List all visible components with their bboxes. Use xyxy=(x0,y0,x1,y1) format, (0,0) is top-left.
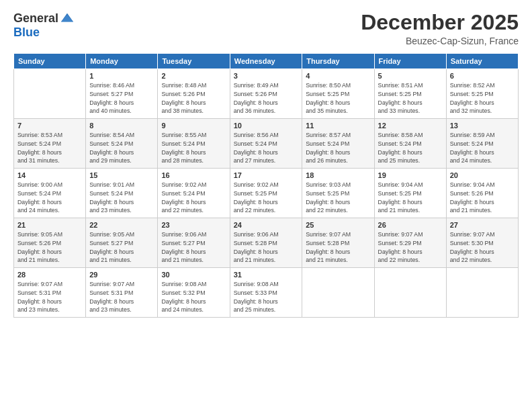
day-cell: 20Sunrise: 9:04 AMSunset: 5:26 PMDayligh… xyxy=(446,169,518,218)
day-number: 15 xyxy=(89,171,154,179)
day-number: 5 xyxy=(378,72,443,80)
month-title: December 2025 xyxy=(361,11,519,34)
day-detail: Sunrise: 9:07 AMSunset: 5:31 PMDaylight:… xyxy=(17,280,82,314)
day-number: 23 xyxy=(161,221,226,229)
logo-general-text: General xyxy=(13,11,58,26)
day-number: 17 xyxy=(234,171,299,179)
day-cell: 22Sunrise: 9:05 AMSunset: 5:27 PMDayligh… xyxy=(86,218,158,268)
day-detail: Sunrise: 9:02 AMSunset: 5:25 PMDaylight:… xyxy=(234,181,299,215)
week-row-1: 1Sunrise: 8:46 AMSunset: 5:27 PMDaylight… xyxy=(14,69,519,119)
day-cell: 31Sunrise: 9:08 AMSunset: 5:33 PMDayligh… xyxy=(230,268,302,318)
day-detail: Sunrise: 9:07 AMSunset: 5:30 PMDaylight:… xyxy=(450,230,515,265)
day-detail: Sunrise: 8:49 AMSunset: 5:26 PMDaylight:… xyxy=(234,81,299,116)
day-cell: 12Sunrise: 8:58 AMSunset: 5:24 PMDayligh… xyxy=(374,119,446,169)
day-detail: Sunrise: 8:55 AMSunset: 5:24 PMDaylight:… xyxy=(161,131,226,165)
day-number: 22 xyxy=(89,221,154,229)
day-cell: 14Sunrise: 9:00 AMSunset: 5:24 PMDayligh… xyxy=(14,169,86,218)
day-number: 4 xyxy=(306,72,370,80)
day-number: 3 xyxy=(234,72,299,80)
day-detail: Sunrise: 9:08 AMSunset: 5:32 PMDaylight:… xyxy=(161,280,226,314)
day-cell xyxy=(302,268,374,318)
day-cell: 21Sunrise: 9:05 AMSunset: 5:26 PMDayligh… xyxy=(14,218,86,268)
day-detail: Sunrise: 9:07 AMSunset: 5:31 PMDaylight:… xyxy=(89,280,154,314)
day-number: 18 xyxy=(306,171,370,179)
week-row-5: 28Sunrise: 9:07 AMSunset: 5:31 PMDayligh… xyxy=(14,268,519,318)
column-header-friday: Friday xyxy=(374,54,446,69)
day-cell: 24Sunrise: 9:06 AMSunset: 5:28 PMDayligh… xyxy=(230,218,302,268)
day-cell: 3Sunrise: 8:49 AMSunset: 5:26 PMDaylight… xyxy=(230,69,302,119)
day-cell: 13Sunrise: 8:59 AMSunset: 5:24 PMDayligh… xyxy=(446,119,518,169)
day-cell: 26Sunrise: 9:07 AMSunset: 5:29 PMDayligh… xyxy=(374,218,446,268)
column-header-sunday: Sunday xyxy=(14,54,86,69)
day-cell: 1Sunrise: 8:46 AMSunset: 5:27 PMDaylight… xyxy=(86,69,158,119)
day-detail: Sunrise: 9:08 AMSunset: 5:33 PMDaylight:… xyxy=(234,280,299,314)
day-detail: Sunrise: 8:46 AMSunset: 5:27 PMDaylight:… xyxy=(89,81,154,116)
day-cell: 19Sunrise: 9:04 AMSunset: 5:25 PMDayligh… xyxy=(374,169,446,218)
week-row-2: 7Sunrise: 8:53 AMSunset: 5:24 PMDaylight… xyxy=(14,119,519,169)
day-cell: 2Sunrise: 8:48 AMSunset: 5:26 PMDaylight… xyxy=(158,69,230,119)
week-row-3: 14Sunrise: 9:00 AMSunset: 5:24 PMDayligh… xyxy=(14,169,519,218)
day-detail: Sunrise: 8:54 AMSunset: 5:24 PMDaylight:… xyxy=(89,131,154,165)
day-cell: 18Sunrise: 9:03 AMSunset: 5:25 PMDayligh… xyxy=(302,169,374,218)
day-detail: Sunrise: 9:00 AMSunset: 5:24 PMDaylight:… xyxy=(17,181,82,215)
logo-icon xyxy=(60,11,75,26)
day-cell xyxy=(14,69,86,119)
day-detail: Sunrise: 8:52 AMSunset: 5:25 PMDaylight:… xyxy=(450,81,515,116)
location: Beuzec-Cap-Sizun, France xyxy=(361,36,519,46)
column-header-wednesday: Wednesday xyxy=(230,54,302,69)
day-number: 30 xyxy=(161,271,226,279)
day-cell: 16Sunrise: 9:02 AMSunset: 5:24 PMDayligh… xyxy=(158,169,230,218)
day-detail: Sunrise: 9:05 AMSunset: 5:27 PMDaylight:… xyxy=(89,230,154,265)
day-cell: 5Sunrise: 8:51 AMSunset: 5:25 PMDaylight… xyxy=(374,69,446,119)
day-detail: Sunrise: 8:58 AMSunset: 5:24 PMDaylight:… xyxy=(378,131,443,165)
day-cell: 4Sunrise: 8:50 AMSunset: 5:25 PMDaylight… xyxy=(302,69,374,119)
day-detail: Sunrise: 9:06 AMSunset: 5:28 PMDaylight:… xyxy=(234,230,299,265)
day-number: 25 xyxy=(306,221,370,229)
day-number: 8 xyxy=(89,122,154,130)
column-header-tuesday: Tuesday xyxy=(158,54,230,69)
svg-marker-1 xyxy=(61,15,73,22)
day-number: 10 xyxy=(234,122,299,130)
day-number: 14 xyxy=(17,171,82,179)
day-detail: Sunrise: 9:07 AMSunset: 5:29 PMDaylight:… xyxy=(378,230,443,265)
day-number: 27 xyxy=(450,221,515,229)
day-cell: 9Sunrise: 8:55 AMSunset: 5:24 PMDaylight… xyxy=(158,119,230,169)
day-number: 7 xyxy=(17,122,82,130)
day-cell xyxy=(446,268,518,318)
day-detail: Sunrise: 8:56 AMSunset: 5:24 PMDaylight:… xyxy=(234,131,299,165)
day-number: 31 xyxy=(234,271,299,279)
day-detail: Sunrise: 9:01 AMSunset: 5:24 PMDaylight:… xyxy=(89,181,154,215)
day-cell: 29Sunrise: 9:07 AMSunset: 5:31 PMDayligh… xyxy=(86,268,158,318)
day-cell: 25Sunrise: 9:07 AMSunset: 5:28 PMDayligh… xyxy=(302,218,374,268)
day-cell: 28Sunrise: 9:07 AMSunset: 5:31 PMDayligh… xyxy=(14,268,86,318)
logo: General Blue xyxy=(13,11,75,40)
calendar-header-row: SundayMondayTuesdayWednesdayThursdayFrid… xyxy=(14,54,519,69)
day-detail: Sunrise: 9:07 AMSunset: 5:28 PMDaylight:… xyxy=(306,230,370,265)
day-cell xyxy=(374,268,446,318)
day-cell: 17Sunrise: 9:02 AMSunset: 5:25 PMDayligh… xyxy=(230,169,302,218)
calendar: SundayMondayTuesdayWednesdayThursdayFrid… xyxy=(13,53,519,318)
day-cell: 6Sunrise: 8:52 AMSunset: 5:25 PMDaylight… xyxy=(446,69,518,119)
page: General Blue December 2025 Beuzec-Cap-Si… xyxy=(0,0,532,411)
day-number: 29 xyxy=(89,271,154,279)
day-cell: 7Sunrise: 8:53 AMSunset: 5:24 PMDaylight… xyxy=(14,119,86,169)
day-number: 19 xyxy=(378,171,443,179)
day-number: 21 xyxy=(17,221,82,229)
column-header-monday: Monday xyxy=(86,54,158,69)
day-detail: Sunrise: 9:04 AMSunset: 5:26 PMDaylight:… xyxy=(450,181,515,215)
day-number: 11 xyxy=(306,122,370,130)
day-number: 12 xyxy=(378,122,443,130)
day-number: 26 xyxy=(378,221,443,229)
day-number: 28 xyxy=(17,271,82,279)
day-detail: Sunrise: 9:06 AMSunset: 5:27 PMDaylight:… xyxy=(161,230,226,265)
day-number: 9 xyxy=(161,122,226,130)
day-detail: Sunrise: 8:53 AMSunset: 5:24 PMDaylight:… xyxy=(17,131,82,165)
day-cell: 10Sunrise: 8:56 AMSunset: 5:24 PMDayligh… xyxy=(230,119,302,169)
day-detail: Sunrise: 9:05 AMSunset: 5:26 PMDaylight:… xyxy=(17,230,82,265)
day-number: 24 xyxy=(234,221,299,229)
day-number: 1 xyxy=(89,72,154,80)
day-detail: Sunrise: 8:57 AMSunset: 5:24 PMDaylight:… xyxy=(306,131,370,165)
day-number: 6 xyxy=(450,72,515,80)
day-detail: Sunrise: 9:04 AMSunset: 5:25 PMDaylight:… xyxy=(378,181,443,215)
day-number: 20 xyxy=(450,171,515,179)
